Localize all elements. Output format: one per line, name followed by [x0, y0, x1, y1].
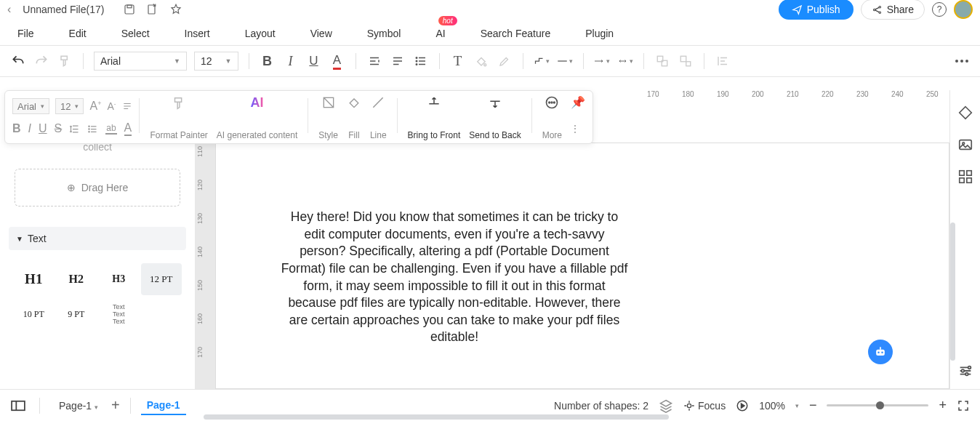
- page-tab-1[interactable]: Page-1: [141, 396, 186, 415]
- document-body-text[interactable]: Hey there! Did you know that sometimes i…: [280, 209, 629, 346]
- canvas-area[interactable]: 110 120 130 140 150 160 170 Hey there! D…: [195, 143, 949, 389]
- align-icon[interactable]: [121, 101, 133, 111]
- float-send-back[interactable]: Send to Back: [465, 95, 525, 140]
- underline-icon[interactable]: U: [306, 53, 322, 69]
- file-name[interactable]: Unnamed File(17): [23, 4, 104, 15]
- float-fontcolor-icon[interactable]: A: [124, 121, 132, 136]
- arrow-ends-icon[interactable]: ▾: [617, 53, 633, 69]
- list-icon[interactable]: [413, 53, 429, 69]
- zoom-out-icon[interactable]: −: [809, 398, 817, 413]
- float-fill[interactable]: Fill: [342, 95, 366, 140]
- float-line[interactable]: Line: [366, 95, 391, 140]
- align-horizontal-icon[interactable]: [390, 53, 406, 69]
- redo-icon[interactable]: [33, 53, 49, 69]
- line-style-icon[interactable]: ▾: [557, 53, 573, 69]
- text-10pt[interactable]: 10 PT: [13, 298, 55, 330]
- share-button[interactable]: Share: [861, 0, 925, 20]
- increase-font-icon[interactable]: A+: [89, 100, 101, 113]
- decrease-font-icon[interactable]: A-: [107, 100, 116, 112]
- svg-rect-28: [966, 171, 971, 175]
- text-h1[interactable]: H1: [13, 263, 55, 295]
- connector-icon[interactable]: ▾: [534, 53, 550, 69]
- settings-list-icon[interactable]: [957, 363, 973, 379]
- float-underline-icon[interactable]: U: [39, 122, 47, 135]
- menu-file[interactable]: File: [17, 28, 34, 39]
- undo-icon[interactable]: [10, 53, 26, 69]
- text-9pt[interactable]: 9 PT: [56, 298, 97, 330]
- text-plain[interactable]: TextTextText: [98, 298, 140, 330]
- menu-insert[interactable]: Insert: [185, 28, 210, 39]
- text-tool-icon[interactable]: T: [450, 53, 466, 69]
- layers-icon[interactable]: [659, 398, 673, 413]
- help-icon[interactable]: ?: [932, 2, 947, 17]
- save-icon[interactable]: [123, 3, 136, 16]
- format-painter-icon[interactable]: [57, 53, 73, 69]
- page-canvas[interactable]: Hey there! Did you know that sometimes i…: [215, 143, 949, 389]
- star-icon[interactable]: [169, 3, 182, 16]
- more-icon[interactable]: [954, 53, 970, 69]
- export-icon[interactable]: [146, 3, 159, 16]
- text-section-header[interactable]: ▼ Text: [9, 227, 186, 250]
- drag-here-box[interactable]: ⊕ Drag Here: [15, 169, 180, 207]
- italic-icon[interactable]: I: [283, 53, 299, 69]
- float-more[interactable]: More: [538, 95, 566, 140]
- float-strike-icon[interactable]: S: [55, 122, 63, 135]
- ungroup-icon[interactable]: [678, 53, 694, 69]
- float-format-painter[interactable]: Format Painter: [145, 95, 212, 140]
- share-label: Share: [887, 4, 914, 15]
- float-menu-icon[interactable]: ⋮: [571, 124, 585, 134]
- size-select[interactable]: 12▼: [194, 52, 238, 71]
- float-bold-icon[interactable]: B: [12, 122, 21, 135]
- float-size-select[interactable]: 12▾: [55, 98, 84, 114]
- float-bring-front[interactable]: Bring to Front: [403, 95, 465, 140]
- svg-point-38: [687, 404, 691, 407]
- assistant-bot-icon[interactable]: [868, 340, 893, 364]
- page-dropdown[interactable]: Page-1 ▾: [53, 397, 104, 414]
- menu-bar: File Edit Select Insert Layout View Symb…: [0, 22, 980, 45]
- text-h3[interactable]: H3: [98, 263, 140, 295]
- zoom-slider[interactable]: [827, 404, 928, 406]
- publish-button[interactable]: Publish: [779, 0, 854, 20]
- back-chevron-icon[interactable]: ‹: [7, 3, 11, 16]
- float-bullet-icon[interactable]: [87, 124, 98, 135]
- menu-edit[interactable]: Edit: [69, 28, 87, 39]
- menu-select[interactable]: Select: [121, 28, 150, 39]
- theme-icon[interactable]: [957, 105, 973, 121]
- text-12pt[interactable]: 12 PT: [141, 263, 182, 295]
- align-vertical-icon[interactable]: [366, 53, 382, 69]
- font-color-icon[interactable]: A: [329, 53, 345, 69]
- zoom-value[interactable]: 100%: [759, 400, 785, 412]
- add-page-icon[interactable]: +: [111, 397, 120, 414]
- image-icon[interactable]: [957, 137, 973, 153]
- text-h2[interactable]: H2: [56, 263, 97, 295]
- pin-icon[interactable]: 📌: [571, 95, 585, 109]
- fullscreen-icon[interactable]: [957, 399, 970, 412]
- pages-layout-icon[interactable]: [10, 400, 26, 412]
- text-grid: H1 H2 H3 12 PT 10 PT 9 PT TextTextText: [9, 263, 186, 330]
- zoom-in-icon[interactable]: +: [939, 398, 947, 413]
- menu-symbol[interactable]: Symbol: [367, 28, 401, 39]
- arrow-icon[interactable]: ▾: [594, 53, 610, 69]
- float-font-select[interactable]: Arial▾: [12, 98, 49, 114]
- bold-icon[interactable]: B: [260, 53, 276, 69]
- align-objects-icon[interactable]: [715, 53, 731, 69]
- group-icon[interactable]: [654, 53, 670, 69]
- float-highlight-icon[interactable]: ab: [105, 123, 116, 135]
- float-ai[interactable]: AI AI generated content: [212, 95, 302, 140]
- menu-view[interactable]: View: [310, 28, 332, 39]
- pencil-icon[interactable]: [497, 53, 513, 69]
- menu-search-feature[interactable]: Search Feature: [481, 28, 551, 39]
- float-italic-icon[interactable]: I: [28, 122, 31, 135]
- focus-button[interactable]: Focus: [683, 400, 726, 412]
- float-style[interactable]: Style: [314, 95, 342, 140]
- fill-icon[interactable]: [473, 53, 489, 69]
- grid-icon[interactable]: [957, 169, 973, 185]
- menu-layout[interactable]: Layout: [245, 28, 276, 39]
- presentation-icon[interactable]: [736, 399, 749, 412]
- menu-ai[interactable]: AI hot: [435, 28, 445, 39]
- hot-badge: hot: [438, 16, 457, 25]
- float-linespacing-icon[interactable]: [69, 124, 80, 135]
- font-select[interactable]: Arial▼: [94, 52, 187, 71]
- avatar[interactable]: [954, 0, 973, 19]
- menu-plugin[interactable]: Plugin: [585, 28, 614, 39]
